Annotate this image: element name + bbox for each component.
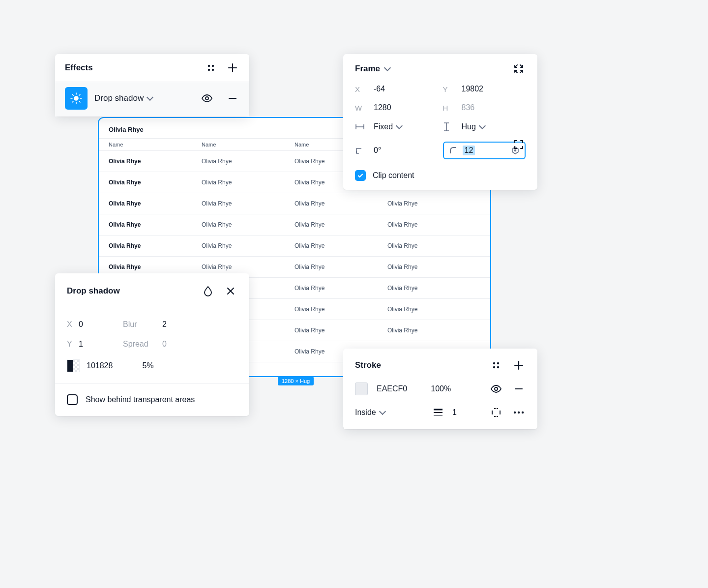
stroke-title: Stroke (355, 360, 381, 370)
shadow-x-value[interactable]: 0 (79, 320, 123, 329)
clip-content-checkbox[interactable] (355, 170, 366, 181)
chevron-down-icon[interactable] (384, 64, 391, 71)
drop-shadow-title: Drop shadow (67, 286, 120, 296)
w-value[interactable]: 1280 (374, 103, 438, 112)
svg-point-2 (208, 69, 210, 71)
stroke-position-select[interactable]: Inside (355, 408, 385, 417)
remove-effect-icon[interactable] (226, 91, 239, 105)
vertical-constraint-select[interactable]: Hug (462, 122, 526, 131)
shadow-spread-value[interactable]: 0 (162, 340, 192, 349)
effects-title: Effects (65, 63, 93, 73)
svg-point-8 (493, 362, 495, 364)
shadow-x-label: X (67, 320, 79, 329)
frame-panel: Frame X -64 Y 19802 W 1280 H 836 Fixed H… (343, 54, 537, 190)
chevron-down-icon (379, 408, 386, 415)
w-label: W (355, 104, 369, 112)
shadow-spread-label: Spread (123, 340, 162, 349)
table-row: Olivia RhyeOlivia RhyeOlivia RhyeOlivia … (99, 214, 490, 235)
svg-point-1 (212, 65, 214, 67)
chevron-down-icon (147, 94, 153, 101)
svg-point-4 (74, 96, 78, 100)
table-row: Olivia RhyeOlivia RhyeOlivia RhyeOlivia … (99, 235, 490, 257)
stroke-styles-icon[interactable] (489, 358, 503, 372)
x-value[interactable]: -64 (374, 85, 438, 93)
rotation-value[interactable]: 0° (374, 146, 438, 155)
svg-point-10 (493, 366, 495, 368)
toggle-visibility-icon[interactable] (489, 382, 503, 396)
remove-stroke-icon[interactable] (512, 382, 526, 396)
shadow-blur-value[interactable]: 2 (162, 320, 192, 329)
close-icon[interactable] (224, 284, 237, 298)
h-value[interactable]: 836 (462, 103, 526, 112)
add-stroke-icon[interactable] (512, 358, 526, 372)
stroke-color-swatch[interactable] (355, 382, 368, 395)
svg-point-9 (497, 362, 499, 364)
svg-point-13 (514, 412, 516, 413)
chevron-down-icon (396, 122, 403, 129)
corner-radius-value: 12 (463, 146, 475, 155)
stroke-weight-icon (433, 408, 443, 417)
h-label: H (443, 104, 457, 112)
drop-shadow-panel: Drop shadow X 0 Blur 2 Y 1 Spread 0 1018… (55, 273, 249, 416)
svg-point-15 (522, 412, 524, 413)
rotation-icon (355, 146, 369, 155)
vertical-resize-icon (443, 122, 457, 132)
y-label: Y (443, 85, 457, 93)
svg-point-0 (208, 65, 210, 67)
effect-settings-icon[interactable] (65, 87, 88, 110)
selection-size-badge: 1280 × Hug (278, 377, 314, 385)
shadow-blur-label: Blur (123, 320, 162, 329)
stroke-color-hex[interactable]: EAECF0 (377, 384, 407, 393)
effects-panel: Effects Drop shadow (55, 54, 249, 117)
stroke-per-side-icon[interactable] (489, 406, 503, 419)
expand-corners-icon[interactable] (512, 138, 526, 151)
toggle-visibility-icon[interactable] (200, 91, 214, 105)
svg-point-5 (206, 97, 208, 100)
clip-content-label: Clip content (373, 171, 414, 180)
more-options-icon[interactable] (512, 406, 526, 419)
column-header: Name (202, 142, 295, 147)
stroke-panel: Stroke EAECF0 100% Inside 1 (343, 349, 537, 429)
svg-point-3 (212, 69, 214, 71)
resize-to-fit-icon[interactable] (512, 62, 526, 76)
blend-mode-icon[interactable] (201, 284, 215, 298)
table-row: Olivia RhyeOlivia RhyeOlivia RhyeOlivia … (99, 193, 490, 214)
stroke-opacity[interactable]: 100% (431, 384, 451, 393)
chevron-down-icon (479, 122, 486, 129)
stroke-width-value[interactable]: 1 (452, 408, 457, 417)
frame-title: Frame (355, 64, 380, 74)
effect-styles-icon[interactable] (204, 61, 218, 75)
shadow-y-label: Y (67, 340, 79, 349)
horizontal-resize-icon (355, 123, 369, 130)
shadow-color-swatch[interactable] (67, 359, 80, 372)
svg-point-12 (495, 387, 498, 390)
add-effect-icon[interactable] (226, 61, 239, 75)
svg-point-11 (497, 366, 499, 368)
svg-point-14 (518, 412, 520, 413)
y-value[interactable]: 19802 (462, 85, 526, 93)
horizontal-constraint-select[interactable]: Fixed (374, 122, 438, 131)
shadow-opacity[interactable]: 5% (142, 361, 153, 370)
show-behind-checkbox[interactable] (67, 394, 78, 405)
shadow-y-value[interactable]: 1 (79, 340, 123, 349)
column-header: Name (109, 142, 202, 147)
x-label: X (355, 85, 369, 93)
effect-type-label: Drop shadow (94, 93, 144, 103)
effect-type-select[interactable]: Drop shadow (94, 93, 152, 103)
shadow-color-hex[interactable]: 101828 (87, 361, 113, 370)
corner-radius-icon (449, 146, 458, 155)
show-behind-label: Show behind transparent areas (86, 395, 195, 404)
